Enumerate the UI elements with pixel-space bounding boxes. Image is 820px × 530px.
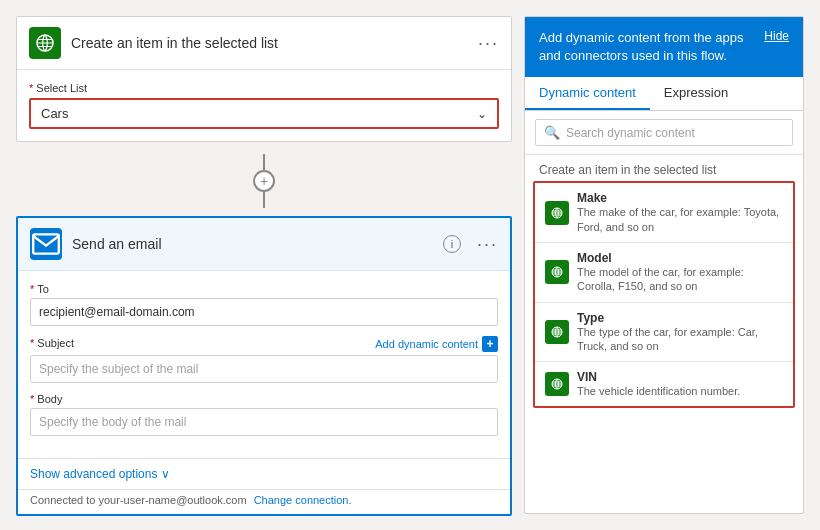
to-field: * To	[30, 283, 498, 326]
svg-rect-1	[33, 234, 59, 253]
create-item-card: Create an item in the selected list ··· …	[16, 16, 512, 142]
make-text: Make The make of the car, for example: T…	[577, 191, 783, 234]
email-icon	[30, 228, 62, 260]
type-text: Type The type of the car, for example: C…	[577, 311, 783, 354]
send-email-card: Send an email i ··· * To * Subject Add d	[16, 216, 512, 516]
subject-field: * Subject Add dynamic content +	[30, 336, 498, 383]
body-label: * Body	[30, 393, 498, 405]
connector-line-top	[263, 154, 265, 170]
select-list-value: Cars	[41, 106, 68, 121]
list-icon-model	[550, 265, 564, 279]
type-description: The type of the car, for example: Car, T…	[577, 325, 783, 354]
info-button[interactable]: i	[443, 235, 461, 253]
create-item-icon	[29, 27, 61, 59]
model-text: Model The model of the car, for example:…	[577, 251, 783, 294]
select-list-label: * Select List	[29, 82, 499, 94]
email-card-menu[interactable]: ···	[477, 234, 498, 255]
to-input[interactable]	[30, 298, 498, 326]
add-dynamic-content-button[interactable]: Add dynamic content +	[375, 336, 498, 352]
show-advanced-button[interactable]: Show advanced options ∨	[30, 467, 170, 481]
change-connection-link[interactable]: Change connection.	[254, 494, 352, 506]
connector: +	[16, 146, 512, 216]
subject-row: * Subject Add dynamic content +	[30, 336, 498, 352]
list-item[interactable]: Type The type of the car, for example: C…	[535, 303, 793, 363]
connection-footer: Connected to your-user-name@outlook.com …	[18, 489, 510, 514]
dynamic-items-list: Make The make of the car, for example: T…	[533, 181, 795, 408]
list-icon-make	[550, 206, 564, 220]
model-description: The model of the car, for example: Corol…	[577, 265, 783, 294]
create-item-title: Create an item in the selected list	[71, 35, 468, 51]
search-inner: 🔍	[535, 119, 793, 146]
list-icon-type	[550, 325, 564, 339]
email-card-footer: Show advanced options ∨	[18, 458, 510, 489]
send-email-body: * To * Subject Add dynamic content +	[18, 271, 510, 458]
dynamic-content-description: Add dynamic content from the apps and co…	[539, 29, 752, 65]
list-item[interactable]: Model The model of the car, for example:…	[535, 243, 793, 303]
make-description: The make of the car, for example: Toyota…	[577, 205, 783, 234]
add-dynamic-plus-icon: +	[482, 336, 498, 352]
vin-name: VIN	[577, 370, 783, 384]
search-box: 🔍	[525, 111, 803, 155]
list-icon-vin	[550, 377, 564, 391]
subject-input[interactable]	[30, 355, 498, 383]
dynamic-content-section-title: Create an item in the selected list	[525, 155, 803, 181]
vin-icon	[545, 372, 569, 396]
make-name: Make	[577, 191, 783, 205]
create-item-card-header: Create an item in the selected list ···	[17, 17, 511, 70]
envelope-icon	[30, 228, 62, 260]
send-email-title: Send an email	[72, 236, 433, 252]
vin-description: The vehicle identification number.	[577, 384, 783, 398]
send-email-header: Send an email i ···	[18, 218, 510, 271]
model-name: Model	[577, 251, 783, 265]
tab-dynamic-content[interactable]: Dynamic content	[525, 77, 650, 110]
dynamic-content-header: Add dynamic content from the apps and co…	[525, 17, 803, 77]
globe-icon	[35, 33, 55, 53]
chevron-down-icon: ⌄	[477, 107, 487, 121]
right-panel: Add dynamic content from the apps and co…	[524, 16, 804, 514]
type-icon	[545, 320, 569, 344]
model-icon	[545, 260, 569, 284]
select-list-dropdown[interactable]: Cars ⌄	[29, 98, 499, 129]
connector-line-bottom	[263, 192, 265, 208]
body-field: * Body	[30, 393, 498, 436]
subject-label: * Subject	[30, 337, 74, 349]
search-icon: 🔍	[544, 125, 560, 140]
type-name: Type	[577, 311, 783, 325]
list-item[interactable]: VIN The vehicle identification number.	[535, 362, 793, 406]
create-item-body: * Select List Cars ⌄	[17, 70, 511, 141]
to-label: * To	[30, 283, 498, 295]
vin-text: VIN The vehicle identification number.	[577, 370, 783, 398]
search-input[interactable]	[566, 126, 784, 140]
tab-expression[interactable]: Expression	[650, 77, 742, 110]
hide-button[interactable]: Hide	[764, 29, 789, 43]
make-icon	[545, 201, 569, 225]
left-panel: Create an item in the selected list ··· …	[16, 16, 512, 516]
body-input[interactable]	[30, 408, 498, 436]
tabs-row: Dynamic content Expression	[525, 77, 803, 111]
create-item-menu[interactable]: ···	[478, 33, 499, 54]
add-step-button[interactable]: +	[253, 170, 275, 192]
list-item[interactable]: Make The make of the car, for example: T…	[535, 183, 793, 243]
